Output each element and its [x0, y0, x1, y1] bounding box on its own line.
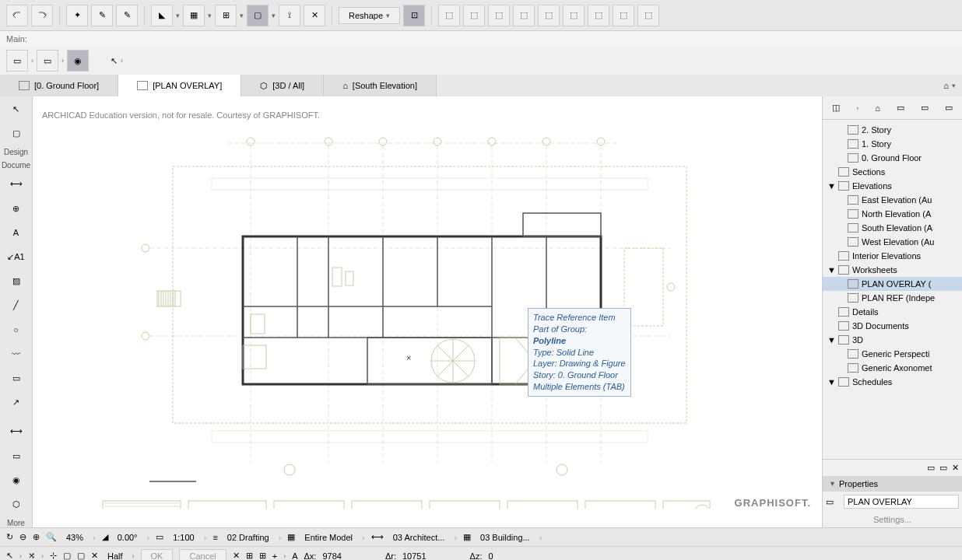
redo-button[interactable]: [31, 5, 53, 26]
cursor-icon[interactable]: ↖: [111, 56, 118, 66]
tree-item[interactable]: Interior Elevations: [823, 249, 962, 263]
ok-button[interactable]: OK: [141, 549, 174, 561]
tree-item[interactable]: ▼3D: [823, 333, 962, 347]
point-tool[interactable]: ↗: [5, 393, 28, 412]
coord-icon-5[interactable]: A: [292, 551, 297, 561]
tree-item[interactable]: East Elevation (Au: [823, 193, 962, 207]
refresh-icon[interactable]: ↻: [6, 532, 13, 542]
polyline-tool[interactable]: 〰: [5, 345, 28, 364]
snap-icon[interactable]: ⤨: [28, 551, 35, 560]
tool-x1[interactable]: ⟷: [5, 422, 28, 441]
nav-icon-5[interactable]: ▭: [945, 103, 953, 113]
tree-item[interactable]: ▼Elevations: [823, 179, 962, 193]
panel-icon-2[interactable]: ▭: [939, 463, 947, 473]
angle-icon[interactable]: ◢: [102, 532, 108, 542]
distance-tool[interactable]: ✦: [66, 5, 88, 26]
angle-value[interactable]: 0.00°: [114, 533, 141, 542]
label-tool[interactable]: ↙A1: [5, 247, 28, 267]
coord-icon-3[interactable]: ⊞: [259, 551, 266, 560]
tool-x4[interactable]: ⬡: [5, 495, 28, 514]
tool-h[interactable]: ⬚: [613, 5, 634, 26]
canvas[interactable]: ARCHICAD Education version, not for resa…: [33, 96, 822, 527]
tab-3d[interactable]: ⬡[3D / All]: [241, 75, 324, 96]
snap3-icon[interactable]: ▢: [63, 551, 71, 560]
tree-item[interactable]: 1. Story: [823, 137, 962, 151]
dim2-value[interactable]: 03 Building...: [477, 533, 533, 542]
dim1-value[interactable]: 03 Architect...: [390, 533, 448, 542]
snap-tool[interactable]: ⊡: [403, 5, 425, 26]
dim-tool[interactable]: ⟷: [5, 174, 28, 194]
coord-icon-1[interactable]: ✕: [233, 551, 240, 560]
snap5-icon[interactable]: ✕: [91, 551, 98, 560]
nav-icon-2[interactable]: ⌂: [875, 103, 880, 113]
tree-item[interactable]: Sections: [823, 165, 962, 179]
tab-ground-floor[interactable]: [0. Ground Floor]: [0, 75, 118, 96]
dim-icon[interactable]: ⟷: [371, 532, 384, 542]
tree-item[interactable]: 2. Story: [823, 123, 962, 137]
nav-icon-4[interactable]: ▭: [921, 103, 929, 113]
tool-c[interactable]: ⬚: [488, 5, 510, 26]
tool-a[interactable]: ⬚: [438, 5, 460, 26]
grid-tool[interactable]: ⊞: [215, 5, 237, 26]
zoom-in-icon[interactable]: ⊕: [33, 532, 40, 542]
tree-item[interactable]: 0. Ground Floor: [823, 151, 962, 165]
close-icon[interactable]: ✕: [952, 463, 959, 473]
tree-item[interactable]: PLAN REF (Indepe: [823, 291, 962, 305]
navigator-tree[interactable]: 2. Story1. Story0. Ground FloorSections▼…: [823, 120, 962, 459]
property-name-input[interactable]: [844, 495, 959, 509]
tree-item[interactable]: South Elevation (A: [823, 221, 962, 235]
tool-i[interactable]: ⬚: [637, 5, 659, 26]
marquee-tool[interactable]: ▢: [5, 124, 28, 143]
coord-icon-2[interactable]: ⊞: [246, 551, 253, 560]
drawing-tool[interactable]: ▭: [5, 369, 28, 388]
zoom-fit-icon[interactable]: 🔍: [46, 532, 57, 542]
zoom-value[interactable]: 43%: [63, 533, 86, 542]
bldg-icon[interactable]: ▦: [463, 532, 471, 542]
edit-tool[interactable]: ✎: [91, 5, 113, 26]
tool-e[interactable]: ⬚: [538, 5, 560, 26]
sub-tool-3[interactable]: ◉: [67, 50, 89, 72]
layer-value[interactable]: 02 Drafting: [224, 533, 272, 542]
zoom-out-icon[interactable]: ⊖: [19, 532, 26, 542]
panel-icon-1[interactable]: ▭: [927, 463, 935, 473]
tool-x2[interactable]: ▭: [5, 446, 28, 465]
tree-item[interactable]: ▼Schedules: [823, 375, 962, 389]
cursor-icon[interactable]: ↖: [6, 551, 13, 560]
tool-f[interactable]: ⬚: [563, 5, 585, 26]
ruler-tool[interactable]: ⟟: [279, 5, 300, 26]
rect-tool[interactable]: ▢: [247, 5, 269, 26]
hatch-tool[interactable]: ▨: [5, 271, 28, 291]
layer-icon[interactable]: ≡: [212, 533, 217, 542]
arrow-tool[interactable]: ↖: [5, 100, 28, 119]
tool-b[interactable]: ⬚: [463, 5, 485, 26]
nav-icon-3[interactable]: ▭: [897, 103, 904, 113]
sub-tool-1[interactable]: ▭: [6, 50, 28, 72]
half-label[interactable]: Half: [104, 551, 126, 561]
tree-item[interactable]: North Elevation (A: [823, 207, 962, 221]
shape-tool-2[interactable]: ▦: [183, 5, 205, 26]
target-tool[interactable]: ⊕: [5, 199, 28, 219]
properties-header[interactable]: ▼ Properties: [823, 476, 962, 492]
wand-tool[interactable]: ✎: [116, 5, 138, 26]
tab-plan-overlay[interactable]: [PLAN OVERLAY]: [118, 75, 241, 96]
tree-item[interactable]: Generic Axonomet: [823, 361, 962, 375]
tab-south-elevation[interactable]: ⌂[South Elevation]: [324, 75, 437, 96]
snap2-icon[interactable]: ⊹: [50, 551, 57, 560]
tree-item[interactable]: ▼Worksheets: [823, 263, 962, 277]
sub-tool-2[interactable]: ▭: [37, 50, 58, 72]
nav-icon-1[interactable]: ◫: [832, 103, 840, 113]
line-tool[interactable]: ╱: [5, 296, 28, 315]
reshape-button[interactable]: Reshape ▾: [339, 7, 400, 24]
tree-item[interactable]: PLAN OVERLAY (: [823, 277, 962, 291]
settings-button[interactable]: Settings...: [823, 512, 962, 527]
tab-dropdown[interactable]: ⌂ ▾: [937, 75, 962, 96]
tree-item[interactable]: Generic Perspecti: [823, 347, 962, 361]
scale-value[interactable]: 1:100: [170, 533, 198, 542]
shape-tool-1[interactable]: ◣: [151, 5, 173, 26]
circle-tool[interactable]: ○: [5, 320, 28, 340]
scale-icon[interactable]: ▭: [156, 532, 163, 542]
coord-icon-4[interactable]: +: [272, 551, 277, 561]
cancel-button[interactable]: Cancel: [179, 549, 226, 561]
cross-tool[interactable]: ✕: [304, 5, 325, 26]
undo-button[interactable]: [6, 5, 28, 26]
